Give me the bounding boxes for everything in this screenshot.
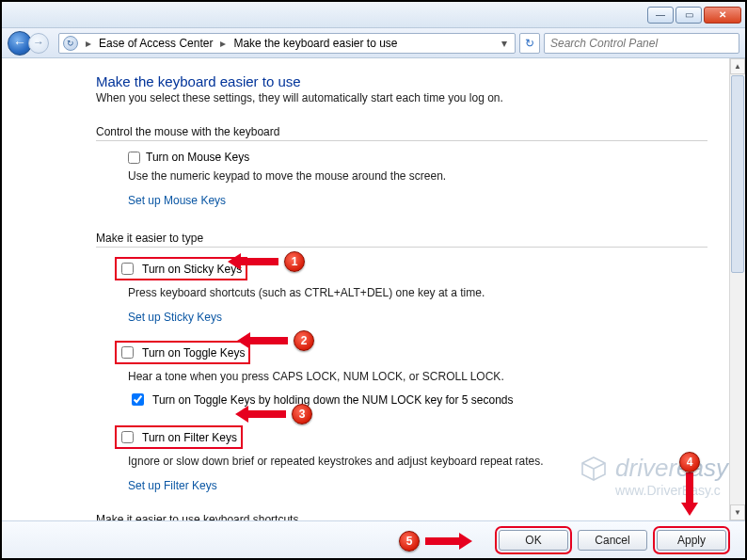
section-mouse: Control the mouse with the keyboard	[96, 125, 707, 141]
sticky-keys-checkbox[interactable]	[121, 263, 134, 275]
annotation-badge-5: 5	[399, 531, 420, 552]
annotation-arrow-1	[239, 258, 278, 265]
annotation-arrow-4	[686, 472, 693, 504]
maximize-button[interactable]: ▭	[675, 7, 702, 24]
close-icon: ✕	[719, 9, 726, 20]
nav-buttons: ← →	[8, 31, 55, 56]
annotation-badge-4: 4	[679, 452, 700, 472]
minimize-icon: —	[656, 9, 665, 20]
page-subtitle: When you select these settings, they wil…	[96, 91, 707, 104]
search-input[interactable]	[548, 36, 735, 51]
ok-button[interactable]: OK	[499, 530, 568, 551]
refresh-icon: ↻	[525, 37, 534, 50]
mouse-keys-desc: Use the numeric keypad to move the mouse…	[128, 169, 707, 183]
address-bar[interactable]: ↻ ▸ Ease of Access Center ▸ Make the key…	[58, 33, 516, 54]
minimize-button[interactable]: —	[647, 7, 674, 24]
section-type: Make it easier to type	[96, 232, 707, 248]
mouse-keys-checkbox[interactable]	[128, 152, 140, 164]
forward-button[interactable]: →	[28, 33, 49, 54]
breadcrumb-sep: ▸	[218, 37, 228, 50]
control-panel-icon: ↻	[63, 36, 78, 51]
toggle-keys-highlight: Turn on Toggle Keys	[115, 341, 250, 364]
page-title: Make the keyboard easier to use	[96, 73, 707, 89]
filter-keys-link[interactable]: Set up Filter Keys	[128, 479, 217, 492]
mouse-keys-link[interactable]: Set up Mouse Keys	[128, 194, 226, 207]
vertical-scrollbar[interactable]: ▲ ▼	[729, 58, 745, 520]
toggle-keys-hold-checkbox[interactable]	[132, 393, 144, 406]
filter-keys-highlight: Turn on Filter Keys	[115, 425, 243, 449]
section-shortcuts: Make it easier to use keyboard shortcuts	[96, 513, 707, 520]
annotation-arrow-3	[246, 410, 286, 418]
breadcrumb-sep: ▸	[84, 37, 93, 50]
annotation-badge-1: 1	[284, 251, 305, 272]
toggle-keys-checkbox[interactable]	[121, 346, 134, 359]
toggle-keys-label: Turn on Toggle Keys	[142, 346, 245, 360]
filter-keys-checkbox[interactable]	[121, 431, 134, 443]
annotation-badge-3: 3	[292, 404, 312, 424]
sticky-keys-desc: Press keyboard shortcuts (such as CTRL+A…	[115, 286, 707, 299]
scroll-down-button[interactable]: ▼	[730, 504, 745, 520]
back-icon: ←	[13, 35, 26, 50]
annotation-arrow-2	[248, 337, 288, 344]
filter-keys-label: Turn on Filter Keys	[142, 431, 237, 444]
search-box[interactable]	[544, 33, 739, 54]
breadcrumb-1[interactable]: Ease of Access Center	[99, 37, 213, 50]
apply-button[interactable]: Apply	[657, 530, 726, 551]
titlebar: — ▭ ✕	[2, 2, 745, 28]
sticky-keys-link[interactable]: Set up Sticky Keys	[128, 311, 222, 324]
scroll-up-button[interactable]: ▲	[730, 58, 745, 74]
cancel-button[interactable]: Cancel	[578, 530, 647, 551]
mouse-keys-label: Turn on Mouse Keys	[146, 151, 249, 164]
filter-keys-desc: Ignore or slow down brief or repeated ke…	[115, 455, 707, 468]
address-dropdown-icon[interactable]: ▾	[498, 37, 511, 50]
navbar: ← → ↻ ▸ Ease of Access Center ▸ Make the…	[2, 28, 745, 58]
footer: 5 OK Cancel Apply	[2, 520, 745, 558]
maximize-icon: ▭	[685, 9, 693, 20]
annotation-badge-2: 2	[294, 330, 314, 351]
breadcrumb-2[interactable]: Make the keyboard easier to use	[233, 37, 397, 50]
toggle-keys-desc: Hear a tone when you press CAPS LOCK, NU…	[115, 370, 707, 383]
forward-icon: →	[33, 36, 44, 49]
toggle-keys-hold-label: Turn on Toggle Keys by holding down the …	[152, 393, 514, 407]
close-button[interactable]: ✕	[704, 7, 741, 24]
content-pane: Make the keyboard easier to use When you…	[2, 58, 745, 520]
scroll-thumb[interactable]	[731, 75, 744, 273]
annotation-arrow-5	[425, 537, 461, 545]
refresh-button[interactable]: ↻	[519, 33, 540, 54]
